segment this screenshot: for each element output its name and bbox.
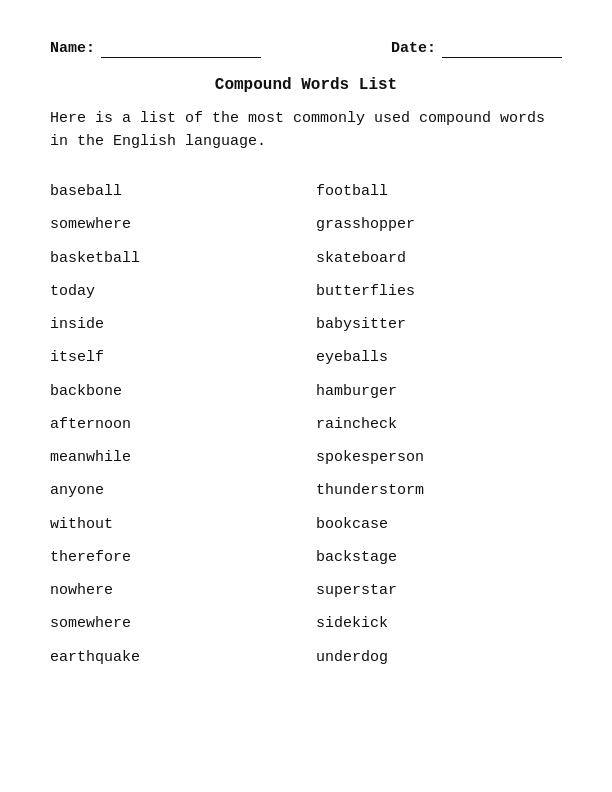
word-item-left-3: today: [50, 275, 306, 308]
page-title: Compound Words List: [50, 76, 562, 94]
word-item-right-5: eyeballs: [306, 341, 562, 374]
word-item-left-14: earthquake: [50, 641, 306, 674]
word-item-right-14: underdog: [306, 641, 562, 674]
word-item-right-7: raincheck: [306, 408, 562, 441]
word-item-right-12: superstar: [306, 574, 562, 607]
header-row: Name: Date:: [50, 40, 562, 58]
intro-text: Here is a list of the most commonly used…: [50, 108, 562, 153]
word-item-left-4: inside: [50, 308, 306, 341]
word-item-right-9: thunderstorm: [306, 474, 562, 507]
word-item-left-1: somewhere: [50, 208, 306, 241]
word-item-left-7: afternoon: [50, 408, 306, 441]
name-underline: [101, 40, 261, 58]
word-item-right-0: football: [306, 175, 562, 208]
word-item-right-6: hamburger: [306, 375, 562, 408]
word-item-right-3: butterflies: [306, 275, 562, 308]
word-item-right-8: spokesperson: [306, 441, 562, 474]
word-item-right-10: bookcase: [306, 508, 562, 541]
date-label: Date:: [391, 40, 436, 57]
word-item-right-11: backstage: [306, 541, 562, 574]
word-item-left-2: basketball: [50, 242, 306, 275]
word-item-right-2: skateboard: [306, 242, 562, 275]
date-underline: [442, 40, 562, 58]
name-label: Name:: [50, 40, 95, 57]
word-item-left-12: nowhere: [50, 574, 306, 607]
word-item-right-4: babysitter: [306, 308, 562, 341]
word-item-left-13: somewhere: [50, 607, 306, 640]
word-item-right-1: grasshopper: [306, 208, 562, 241]
name-field: Name:: [50, 40, 261, 58]
word-item-left-11: therefore: [50, 541, 306, 574]
word-item-left-9: anyone: [50, 474, 306, 507]
word-item-left-0: baseball: [50, 175, 306, 208]
date-field: Date:: [391, 40, 562, 58]
word-item-left-10: without: [50, 508, 306, 541]
word-item-left-6: backbone: [50, 375, 306, 408]
word-item-left-5: itself: [50, 341, 306, 374]
word-item-right-13: sidekick: [306, 607, 562, 640]
word-list: baseballfootballsomewheregrasshopperbask…: [50, 175, 562, 674]
word-item-left-8: meanwhile: [50, 441, 306, 474]
